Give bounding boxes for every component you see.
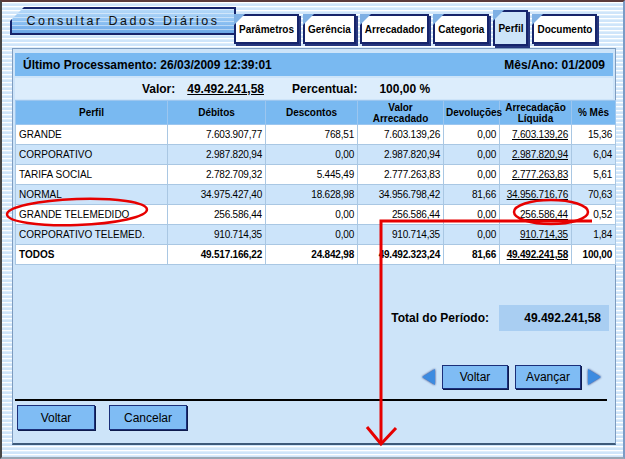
- cell-debitos: 910.714,35: [168, 225, 266, 245]
- cell-pct-mes: 70,63: [572, 185, 616, 205]
- first-page-icon[interactable]: [422, 369, 435, 385]
- percentual-label: Percentual:: [292, 82, 357, 96]
- cell-descontos: 768,51: [266, 125, 358, 145]
- folded-corner-icon: [234, 14, 245, 25]
- perfil-data-table: Perfil Débitos Descontos Valor Arrecadad…: [15, 100, 616, 265]
- footer-buttons: Voltar Cancelar: [17, 405, 187, 430]
- cell-descontos: 5.445,49: [266, 165, 358, 185]
- tab-documento[interactable]: Documento: [532, 14, 597, 44]
- page-title: Consultar Dados Diários: [27, 14, 220, 28]
- folded-corner-icon: [532, 14, 543, 25]
- tab-bar: Parâmetros Gerência Arrecadador Categori…: [234, 10, 597, 46]
- last-page-icon[interactable]: [588, 369, 601, 385]
- folded-corner-icon: [360, 14, 371, 25]
- percentual-value: 100,00 %: [379, 82, 430, 96]
- cell-arrecadacao-liquida-link[interactable]: 7.603.139,26: [500, 125, 572, 145]
- tab-label: Documento: [537, 24, 592, 35]
- col-header-arrecadacao-liquida: Arrecadação Líquida: [500, 101, 572, 125]
- table-row: TARIFA SOCIAL 2.782.709,32 5.445,49 2.77…: [16, 165, 616, 185]
- col-header-pct-mes: % Mês: [572, 101, 616, 125]
- col-header-perfil: Perfil: [16, 101, 168, 125]
- cell-descontos: 0,00: [266, 145, 358, 165]
- tab-label: Gerência: [308, 24, 351, 35]
- tab-parametros[interactable]: Parâmetros: [234, 14, 299, 44]
- app-window: Consultar Dados Diários Parâmetros Gerên…: [0, 0, 625, 459]
- table-row: CORPORATIVO TELEMED. 910.714,35 0,00 910…: [16, 225, 616, 245]
- cell-perfil: CORPORATIVO TELEMED.: [16, 225, 168, 245]
- content-panel: Último Processamento: 26/03/2009 12:39:0…: [12, 48, 616, 445]
- cell-debitos: 2.987.820,94: [168, 145, 266, 165]
- cell-valor-arrecadado: 256.586,44: [358, 205, 444, 225]
- cell-perfil: GRANDE TELEMEDIDO: [16, 205, 168, 225]
- cell-debitos: 34.975.427,40: [168, 185, 266, 205]
- cell-debitos: 256.586,44: [168, 205, 266, 225]
- cell-arrecadacao-liquida-link[interactable]: 34.956.716,76: [500, 185, 572, 205]
- cell-arrecadacao-liquida-link[interactable]: 256.586,44: [500, 205, 572, 225]
- processing-info-bar: Último Processamento: 26/03/2009 12:39:0…: [15, 53, 613, 76]
- cell-arrecadacao-liquida-link[interactable]: 49.492.241,58: [500, 245, 572, 265]
- total-periodo-row: Total do Período: 49.492.241,58: [13, 305, 613, 331]
- footer-separator-line: [15, 399, 607, 401]
- table-row-grande-telemedido: GRANDE TELEMEDIDO 256.586,44 0,00 256.58…: [16, 205, 616, 225]
- table-row-todos: TODOS 49.517.166,22 24.842,98 49.492.323…: [16, 245, 616, 265]
- cell-valor-arrecadado: 34.956.798,42: [358, 185, 444, 205]
- cell-arrecadacao-liquida-link[interactable]: 910.714,35: [500, 225, 572, 245]
- cell-devolucoes: 0,00: [444, 125, 500, 145]
- total-periodo-value: 49.492.241,58: [499, 305, 609, 331]
- cell-perfil: TODOS: [16, 245, 168, 265]
- cell-perfil: TARIFA SOCIAL: [16, 165, 168, 185]
- table-row: NORMAL 34.975.427,40 18.628,98 34.956.79…: [16, 185, 616, 205]
- col-header-descontos: Descontos: [266, 101, 358, 125]
- tab-gerencia[interactable]: Gerência: [303, 14, 356, 44]
- cell-devolucoes: 81,66: [444, 245, 500, 265]
- last-processing-label: Último Processamento: 26/03/2009 12:39:0…: [23, 58, 272, 72]
- tab-label: Perfil: [498, 23, 523, 34]
- cell-descontos: 18.628,98: [266, 185, 358, 205]
- voltar-button[interactable]: Voltar: [17, 405, 95, 430]
- folded-corner-icon: [433, 14, 444, 25]
- cell-arrecadacao-liquida-link[interactable]: 2.987.820,94: [500, 145, 572, 165]
- month-year-label: Mês/Ano: 01/2009: [504, 58, 605, 72]
- valor-value-link[interactable]: 49.492.241,58: [187, 82, 264, 96]
- cell-pct-mes: 15,36: [572, 125, 616, 145]
- cell-valor-arrecadado: 7.603.139,26: [358, 125, 444, 145]
- pager-avancar-button[interactable]: Avançar: [515, 365, 581, 389]
- cell-perfil: NORMAL: [16, 185, 168, 205]
- tab-perfil[interactable]: Perfil: [493, 10, 528, 46]
- tab-categoria[interactable]: Categoria: [433, 14, 489, 44]
- cell-valor-arrecadado: 2.777.263,83: [358, 165, 444, 185]
- cell-valor-arrecadado: 2.987.820,94: [358, 145, 444, 165]
- cell-pct-mes: 6,04: [572, 145, 616, 165]
- total-periodo-label: Total do Período:: [391, 311, 489, 325]
- pager-voltar-button[interactable]: Voltar: [442, 365, 508, 389]
- cell-descontos: 0,00: [266, 205, 358, 225]
- cell-perfil: CORPORATIVO: [16, 145, 168, 165]
- cell-pct-mes: 1,84: [572, 225, 616, 245]
- valor-group: Valor: 49.492.241,58 Percentual: 100,00 …: [142, 82, 430, 96]
- table-header-row: Perfil Débitos Descontos Valor Arrecadad…: [16, 101, 616, 125]
- cell-devolucoes: 0,00: [444, 165, 500, 185]
- cell-valor-arrecadado: 49.492.323,24: [358, 245, 444, 265]
- tab-label: Categoria: [438, 24, 484, 35]
- col-header-valor-arrecadado: Valor Arrecadado: [358, 101, 444, 125]
- cell-debitos: 7.603.907,77: [168, 125, 266, 145]
- cell-descontos: 0,00: [266, 225, 358, 245]
- tab-label: Parâmetros: [239, 24, 294, 35]
- cell-devolucoes: 0,00: [444, 225, 500, 245]
- cell-perfil: GRANDE: [16, 125, 168, 145]
- tab-arrecadador[interactable]: Arrecadador: [360, 14, 429, 44]
- cell-devolucoes: 0,00: [444, 145, 500, 165]
- cancelar-button[interactable]: Cancelar: [109, 405, 187, 430]
- cell-debitos: 49.517.166,22: [168, 245, 266, 265]
- cell-pct-mes: 5,61: [572, 165, 616, 185]
- table-row: CORPORATIVO 2.987.820,94 0,00 2.987.820,…: [16, 145, 616, 165]
- col-header-devolucoes: Devoluções: [444, 101, 500, 125]
- col-header-debitos: Débitos: [168, 101, 266, 125]
- folded-corner-icon: [493, 10, 504, 21]
- pager: Voltar Avançar: [422, 365, 601, 389]
- tab-label: Arrecadador: [365, 24, 424, 35]
- cell-devolucoes: 0,00: [444, 205, 500, 225]
- valor-label: Valor:: [142, 82, 175, 96]
- cell-arrecadacao-liquida-link[interactable]: 2.777.263,83: [500, 165, 572, 185]
- cell-descontos: 24.842,98: [266, 245, 358, 265]
